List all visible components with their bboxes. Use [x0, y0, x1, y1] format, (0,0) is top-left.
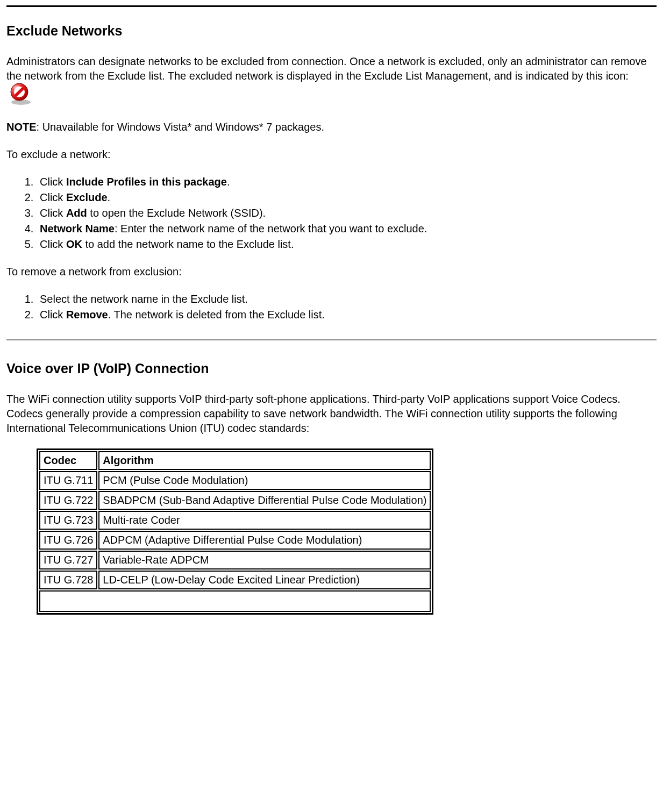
section-heading-exclude-networks: Exclude Networks [6, 22, 657, 40]
table-row: ITU G.711 PCM (Pulse Code Modulation) [39, 471, 431, 490]
list-item: Select the network name in the Exclude l… [37, 292, 657, 307]
to-remove-intro: To remove a network from exclusion: [6, 265, 657, 279]
list-item: Click Include Profiles in this package. [37, 175, 657, 189]
table-cell: SBADPCM (Sub-Band Adaptive Differential … [98, 491, 431, 510]
list-item-bold: Exclude [66, 191, 108, 203]
list-item-post: . The network is deleted from the Exclud… [108, 309, 325, 320]
table-cell: ITU G.727 [39, 551, 97, 569]
list-item-bold: Add [66, 207, 87, 219]
table-header-algorithm: Algorithm [98, 451, 431, 470]
table-header-row: Codec Algorithm [39, 451, 431, 470]
list-item-post: : Enter the network name of the network … [115, 223, 427, 234]
list-item: Click Exclude. [37, 190, 657, 205]
list-item-pre: Click [40, 176, 66, 188]
list-item: Click Add to open the Exclude Network (S… [37, 206, 657, 220]
list-item-bold: Include Profiles in this package [66, 176, 227, 188]
exclude-intro-text: Administrators can designate networks to… [6, 55, 647, 82]
table-cell: ITU G.728 [39, 571, 97, 589]
table-cell: Variable-Rate ADPCM [98, 551, 431, 569]
list-item-bold: Remove [66, 309, 108, 320]
list-item-pre: Click [40, 238, 66, 250]
table-row: ITU G.722 SBADPCM (Sub-Band Adaptive Dif… [39, 491, 431, 510]
table-cell: PCM (Pulse Code Modulation) [98, 471, 431, 490]
note-paragraph: NOTE: Unavailable for Windows Vista* and… [6, 120, 657, 134]
table-cell: ITU G.726 [39, 531, 97, 550]
table-row: ITU G.727 Variable-Rate ADPCM [39, 551, 431, 569]
svg-point-4 [13, 86, 21, 90]
list-item-pre: Click [40, 207, 66, 219]
list-item-post: . [108, 191, 111, 203]
list-item-bold: Network Name [40, 223, 115, 234]
table-cell: ITU G.722 [39, 491, 97, 510]
table-cell: ITU G.711 [39, 471, 97, 490]
list-item-pre: Select the network name in the Exclude l… [40, 293, 248, 305]
note-text: : Unavailable for Windows Vista* and Win… [37, 121, 324, 133]
table-row-empty [39, 590, 431, 612]
list-item: Network Name: Enter the network name of … [37, 222, 657, 236]
table-cell: Multi-rate Coder [98, 511, 431, 530]
list-item-post: . [227, 176, 230, 188]
note-label: NOTE [6, 121, 37, 133]
list-item-pre: Click [40, 309, 66, 320]
table-cell: ITU G.723 [39, 511, 97, 530]
table-cell: ADPCM (Adaptive Differential Pulse Code … [98, 531, 431, 550]
list-item: Click OK to add the network name to the … [37, 237, 657, 252]
table-row: ITU G.728 LD-CELP (Low-Delay Code Excite… [39, 571, 431, 589]
remove-steps-list: Select the network name in the Exclude l… [6, 292, 657, 322]
codec-table-wrap: Codec Algorithm ITU G.711 PCM (Pulse Cod… [37, 448, 433, 615]
list-item: Click Remove. The network is deleted fro… [37, 308, 657, 322]
list-item-post: to add the network name to the Exclude l… [82, 238, 294, 250]
section-divider [6, 339, 657, 340]
list-item-post: to open the Exclude Network (SSID). [87, 207, 266, 219]
table-row: ITU G.726 ADPCM (Adaptive Differential P… [39, 531, 431, 550]
table-row: ITU G.723 Multi-rate Coder [39, 511, 431, 530]
voip-intro-paragraph: The WiFi connection utility supports VoI… [6, 392, 657, 436]
exclude-intro-paragraph: Administrators can designate networks to… [6, 54, 657, 107]
page-top-rule [6, 5, 657, 7]
to-exclude-intro: To exclude a network: [6, 147, 657, 162]
section-heading-voip: Voice over IP (VoIP) Connection [6, 360, 657, 378]
prohibit-icon [9, 83, 32, 107]
list-item-bold: OK [66, 238, 82, 250]
table-cell: LD-CELP (Low-Delay Code Excited Linear P… [98, 571, 431, 589]
list-item-pre: Click [40, 191, 66, 203]
codec-table: Codec Algorithm ITU G.711 PCM (Pulse Cod… [37, 448, 433, 615]
table-cell-empty [39, 590, 431, 612]
table-header-codec: Codec [39, 451, 97, 470]
exclude-steps-list: Click Include Profiles in this package. … [6, 175, 657, 252]
